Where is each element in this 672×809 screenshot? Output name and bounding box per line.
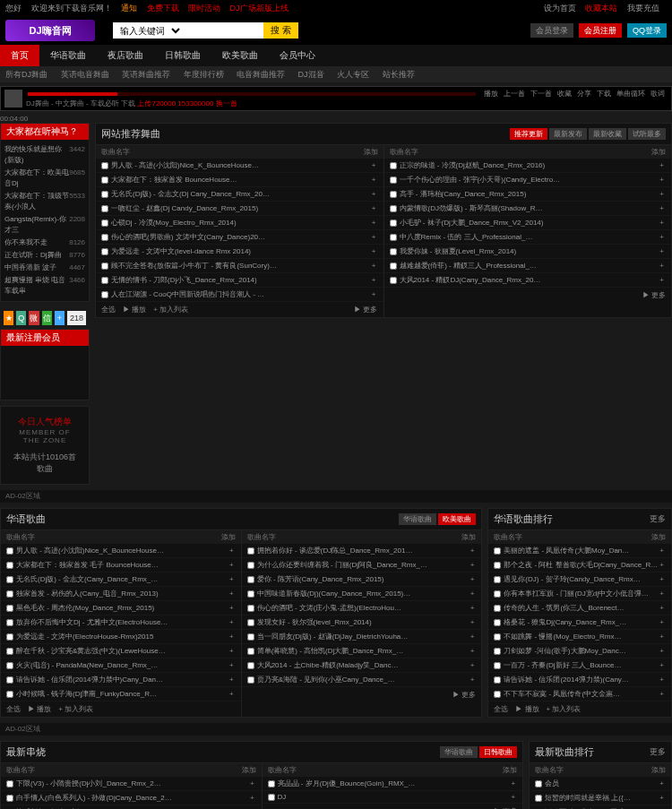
- track-name[interactable]: 传奇的人生 - 筑男(你三人_Borenect…: [504, 603, 658, 613]
- track-checkbox[interactable]: [101, 205, 108, 212]
- fav-button[interactable]: 收藏: [555, 89, 574, 99]
- lyric-button[interactable]: 歌词: [648, 89, 668, 99]
- track-checkbox[interactable]: [390, 205, 397, 212]
- nav-jk[interactable]: 日韩歌曲: [154, 45, 211, 66]
- track-name[interactable]: 爱你 - 陈芳语(Cany_Dance_Rmx_2015): [257, 574, 469, 584]
- add-icon[interactable]: +: [509, 779, 517, 787]
- add-icon[interactable]: +: [469, 633, 477, 641]
- track-name[interactable]: 遇见你(DJ) - 贺子玲(Candy_Dance_Rmx…: [504, 574, 658, 584]
- track-row[interactable]: 一吻红尘 - 赵鑫(Dj Candy_Dance_Rmx_2015)+: [96, 202, 383, 216]
- track-row[interactable]: 心锁Dj - 冷漠(Moy_Electro_Rmx_2014)+: [96, 216, 383, 230]
- nav-member[interactable]: 会员中心: [269, 45, 326, 66]
- add-icon[interactable]: +: [658, 276, 666, 284]
- download-button[interactable]: 下载: [594, 89, 614, 99]
- track-checkbox[interactable]: [390, 219, 397, 227]
- favorite-site[interactable]: 收藏本站: [585, 4, 617, 13]
- track-row[interactable]: 为爱远走 - 文涛中文(level-dance Rmx 2014)+: [96, 245, 383, 259]
- track-name[interactable]: 不如跳舞 - 慢摇(Moy_Electro_Rmx…: [504, 632, 658, 641]
- track-row[interactable]: 无名氏(Dj版) - 金志文(Dj Cany_Dance_Rmx_20…+: [96, 187, 383, 202]
- track-row[interactable]: 会员+: [530, 777, 671, 791]
- track-name[interactable]: 大家都在下：独家首发 BounceHouse…: [111, 175, 370, 185]
- track-row[interactable]: 无情的情书 - 刀郎(Dj小飞_Dance_Rmx_2014)+: [96, 273, 383, 288]
- track-checkbox[interactable]: [101, 291, 108, 298]
- plus-icon[interactable]: +: [55, 311, 65, 325]
- track-name[interactable]: 那个之夜 - 阿杜 整首歌(大毛DjCany_Dance_R…: [504, 560, 658, 570]
- hot-item[interactable]: Gangsta(Remix)-你才三2208: [4, 213, 85, 237]
- track-row[interactable]: 下限(V3) - 小隋贵授(Dj小刘_Dance_Rmx_2…+: [1, 777, 262, 791]
- track-row[interactable]: 白手情人(白色系列人) - 孙做(DjCany_Dance_2…+: [1, 791, 262, 805]
- add-icon[interactable]: +: [469, 604, 477, 612]
- recharge[interactable]: 我要充值: [627, 4, 659, 13]
- track-checkbox[interactable]: [494, 648, 501, 655]
- hot-item[interactable]: 中国香港新 波子4467: [4, 262, 85, 274]
- track-checkbox[interactable]: [268, 780, 275, 787]
- add-icon[interactable]: +: [469, 647, 477, 655]
- play-button[interactable]: 播放: [481, 89, 501, 99]
- track-row[interactable]: 不下车不寂寞 - 凤凰传奇(中文金惠…+: [488, 687, 671, 701]
- track-name[interactable]: 小时候哦 - 钱子海(Dj津南_FunkyDance_R…: [16, 689, 228, 699]
- nav-chinese[interactable]: 华语歌曲: [39, 45, 97, 66]
- track-checkbox[interactable]: [6, 691, 13, 698]
- track-checkbox[interactable]: [101, 162, 108, 169]
- add-icon[interactable]: +: [469, 618, 477, 626]
- track-name[interactable]: 大风2014 - 精釵DJ(Cany_Dance_Rmx_20…: [400, 275, 659, 285]
- track-name[interactable]: 男人歌 - 高进(小沈阳)Nice_K_BounceHouse…: [111, 160, 370, 170]
- track-name[interactable]: 不下车不寂寞 - 凤凰传奇(中文金惠…: [504, 689, 658, 699]
- nav-home[interactable]: 首页: [0, 45, 39, 66]
- track-name[interactable]: 小毛驴 - 袜子(Dj大鹏_Dance_Rmx_V2_2014): [400, 218, 659, 228]
- track-row[interactable]: 男人歌 - 高进(小沈阳)Nice_K_BounceHouse…+: [96, 159, 383, 173]
- track-name[interactable]: 黑色毛衣 - 周杰伦(Moy_Dance_Rmx_2015): [16, 603, 228, 613]
- login-button[interactable]: 会员登录: [530, 23, 573, 38]
- track-row[interactable]: 不敢面对 - 龚晓(DJH弄哦…+: [530, 805, 671, 809]
- track-name[interactable]: 美丽的遮盖 - 凤凰传奇(大鹏Moy_Dan…: [504, 546, 658, 555]
- track-row[interactable]: 爱你 - 陈芳语(Cany_Dance_Rmx_2015)+: [242, 572, 482, 587]
- track-checkbox[interactable]: [101, 262, 108, 270]
- track-row[interactable]: 一百万 - 齐秦(Dj新好 三人_Bounce…+: [488, 658, 671, 673]
- add-icon[interactable]: +: [228, 661, 236, 669]
- set-homepage[interactable]: 设为首页: [544, 4, 576, 13]
- free-download-link[interactable]: 免费下载: [147, 4, 179, 13]
- track-checkbox[interactable]: [6, 795, 13, 802]
- track-checkbox[interactable]: [247, 605, 254, 612]
- track-checkbox[interactable]: [390, 234, 397, 241]
- track-name[interactable]: 男人歌 - 高进(小沈阳)Nice_K_BounceHouse…: [16, 546, 228, 555]
- add-icon[interactable]: +: [370, 204, 378, 212]
- add-icon[interactable]: +: [658, 633, 666, 641]
- track-row[interactable]: 伤心的酒吧(男歌曲) 文涛中文(Cany_Dance)20…+: [96, 230, 383, 245]
- track-row[interactable]: 越难越爱(倚菲) - 精釵三人_Professional_…+: [384, 259, 672, 273]
- track-row[interactable]: 遇见你(DJ) - 贺子玲(Candy_Dance_Rmx…+: [488, 572, 671, 587]
- track-checkbox[interactable]: [101, 191, 108, 198]
- add-icon[interactable]: +: [228, 561, 236, 569]
- add-icon[interactable]: +: [509, 793, 517, 801]
- track-checkbox[interactable]: [6, 633, 13, 641]
- track-row[interactable]: 一千个伤心的理由 - 张宇(小天哥)(Candy_Electro…+: [384, 173, 672, 187]
- add-icon[interactable]: +: [658, 690, 666, 698]
- add-icon[interactable]: +: [228, 676, 236, 684]
- track-name[interactable]: 一吻红尘 - 赵鑫(Dj Candy_Dance_Rmx_2015): [111, 203, 370, 213]
- more-link[interactable]: ▶ 更多: [354, 305, 377, 314]
- track-row[interactable]: 小时候哦 - 钱子海(Dj津南_FunkyDance_R…+: [1, 687, 241, 701]
- add-icon[interactable]: +: [658, 547, 666, 555]
- track-row[interactable]: 传奇的人生 - 筑男(你三人_Borenect…+: [488, 601, 671, 615]
- track-row[interactable]: 刀剑如梦 -河仙(歌手)大鹏Moy_Danc…+: [488, 644, 671, 658]
- tab-rec[interactable]: 推荐更新: [510, 128, 547, 140]
- track-name[interactable]: 简单(蒋晓慧) - 高怡凯(Dj大鹏_Dance_Rmx_…: [257, 646, 469, 656]
- track-checkbox[interactable]: [6, 662, 13, 669]
- track-row[interactable]: 大家都在下：独家首发 BounceHouse…+: [96, 173, 383, 187]
- track-checkbox[interactable]: [390, 248, 397, 255]
- track-checkbox[interactable]: [101, 248, 108, 255]
- track-checkbox[interactable]: [101, 234, 108, 241]
- add-icon[interactable]: +: [370, 276, 378, 284]
- add-icon[interactable]: +: [228, 618, 236, 626]
- site-logo[interactable]: DJ嗨音网: [5, 20, 95, 41]
- track-checkbox[interactable]: [6, 648, 13, 655]
- track-name[interactable]: 你有本事扛军旗 - 门丽(DJ宽dj中文小低音弹…: [504, 589, 658, 598]
- hot-item[interactable]: 超爽慢摇 串烧 电音车载串3466: [4, 274, 85, 297]
- progress-bar[interactable]: [28, 92, 476, 96]
- next-button[interactable]: 下一首: [528, 89, 555, 99]
- track-checkbox[interactable]: [268, 794, 275, 801]
- track-checkbox[interactable]: [247, 547, 254, 555]
- track-checkbox[interactable]: [6, 605, 13, 612]
- track-name[interactable]: 顾不完全答卷(放假篇-小牛布丁 - 黄有良(SunCory)…: [111, 261, 370, 271]
- track-checkbox[interactable]: [101, 277, 108, 284]
